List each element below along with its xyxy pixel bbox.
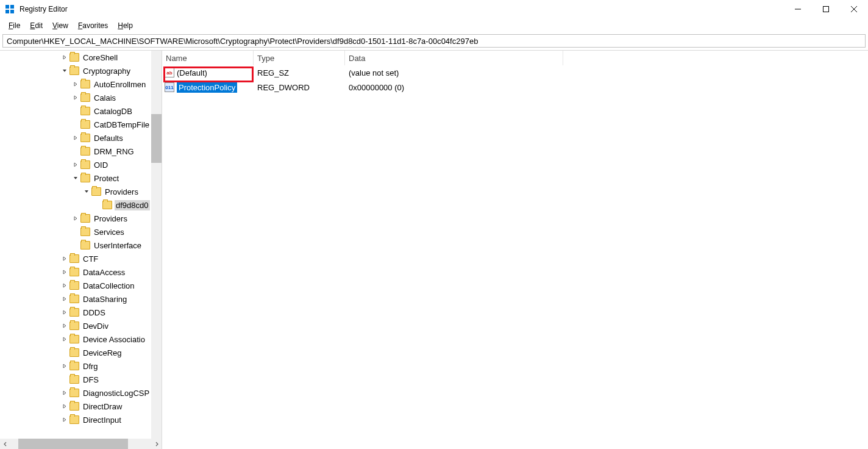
- folder-icon: [69, 402, 79, 411]
- tree-item[interactable]: CoreShell: [0, 51, 162, 64]
- tree-item[interactable]: DFS: [0, 373, 162, 386]
- chevron-right-icon[interactable]: [71, 79, 80, 89]
- tree-item[interactable]: DRM_RNG: [0, 145, 162, 158]
- chevron-right-icon[interactable]: [60, 334, 69, 344]
- menu-view[interactable]: View: [49, 20, 72, 31]
- chevron-right-icon[interactable]: [60, 267, 69, 277]
- tree-vertical-scrollbar[interactable]: [151, 51, 162, 439]
- tree-item[interactable]: CatDBTempFile: [0, 118, 162, 131]
- tree-item[interactable]: DevDiv: [0, 319, 162, 332]
- close-icon: [850, 5, 858, 13]
- chevron-right-icon[interactable]: [60, 415, 69, 425]
- menu-favorites[interactable]: Favorites: [74, 20, 112, 31]
- maximize-button[interactable]: [812, 0, 840, 18]
- tree-item-label: Providers: [93, 214, 129, 224]
- tree-item[interactable]: Providers: [0, 212, 162, 225]
- tree-item[interactable]: CTF: [0, 252, 162, 265]
- chevron-right-icon[interactable]: [60, 307, 69, 317]
- value-row[interactable]: ab(Default)REG_SZ(value not set): [162, 65, 868, 80]
- tree-item[interactable]: Dfrg: [0, 359, 162, 373]
- tree-item[interactable]: df9d8cd0: [0, 198, 162, 212]
- tree-item-label: Cryptography: [82, 66, 132, 76]
- folder-icon: [69, 66, 79, 75]
- value-data: (value not set): [345, 68, 868, 77]
- tree-item[interactable]: Device Associatio: [0, 332, 162, 346]
- value-name: ProtectionPolicy: [177, 82, 237, 93]
- tree-item[interactable]: Protect: [0, 171, 162, 185]
- registry-tree[interactable]: CoreShellCryptographyAutoEnrollmenCalais…: [0, 51, 162, 439]
- chevron-right-icon[interactable]: [60, 321, 69, 331]
- tree-item[interactable]: DirectDraw: [0, 400, 162, 413]
- menu-edit[interactable]: Edit: [26, 20, 46, 31]
- tree-item[interactable]: CatalogDB: [0, 104, 162, 118]
- address-text: Computer\HKEY_LOCAL_MACHINE\SOFTWARE\Mic…: [7, 37, 478, 46]
- tree-item[interactable]: Calais: [0, 91, 162, 104]
- tree-item-label: UserInterface: [93, 240, 143, 251]
- scroll-right-button[interactable]: [151, 439, 162, 449]
- scrollbar-thumb[interactable]: [151, 114, 162, 163]
- folder-icon: [80, 107, 90, 115]
- tree-item-label: Calais: [93, 93, 117, 103]
- chevron-right-icon[interactable]: [60, 401, 69, 411]
- chevron-right-icon[interactable]: [60, 294, 69, 304]
- tree-item[interactable]: OID: [0, 158, 162, 171]
- folder-icon: [69, 281, 79, 290]
- column-header-name[interactable]: Name: [162, 51, 254, 65]
- column-header-data[interactable]: Data: [345, 51, 563, 65]
- tree-horizontal-scrollbar[interactable]: [0, 439, 162, 449]
- tree-item[interactable]: Providers: [0, 185, 162, 198]
- chevron-right-icon[interactable]: [71, 214, 80, 223]
- tree-item-label: CatDBTempFile: [93, 120, 151, 130]
- chevron-down-icon[interactable]: [71, 173, 80, 183]
- value-name: (Default): [177, 68, 207, 77]
- chevron-right-icon[interactable]: [71, 133, 80, 143]
- chevron-down-icon[interactable]: [82, 187, 91, 196]
- chevron-right-icon[interactable]: [60, 388, 69, 398]
- values-list[interactable]: Name Type Data ab(Default)REG_SZ(value n…: [162, 51, 868, 449]
- tree-item[interactable]: DataSharing: [0, 292, 162, 306]
- scrollbar-thumb[interactable]: [18, 439, 128, 449]
- tree-item[interactable]: DDDS: [0, 306, 162, 319]
- tree-item[interactable]: DirectInput: [0, 413, 162, 426]
- tree-item-label: DevDiv: [82, 321, 110, 331]
- tree-item-label: DRM_RNG: [93, 146, 135, 157]
- folder-icon: [69, 53, 79, 62]
- tree-item-label: AutoEnrollmen: [93, 79, 147, 90]
- menu-file[interactable]: File: [5, 20, 24, 31]
- value-row[interactable]: 011ProtectionPolicyREG_DWORD0x00000000 (…: [162, 80, 868, 95]
- chevron-right-icon[interactable]: [60, 254, 69, 264]
- value-data: 0x00000000 (0): [345, 83, 868, 92]
- tree-item[interactable]: DataAccess: [0, 265, 162, 279]
- column-header-type[interactable]: Type: [254, 51, 345, 65]
- tree-item[interactable]: Defaults: [0, 131, 162, 145]
- tree-item[interactable]: DeviceReg: [0, 346, 162, 359]
- menu-help[interactable]: Help: [114, 20, 137, 31]
- titlebar[interactable]: Registry Editor: [0, 0, 868, 18]
- tree-item[interactable]: Services: [0, 225, 162, 239]
- minimize-button[interactable]: [784, 0, 812, 18]
- folder-icon: [102, 201, 112, 209]
- chevron-right-icon[interactable]: [60, 52, 69, 62]
- svg-rect-0: [5, 5, 9, 9]
- folder-icon: [80, 241, 90, 250]
- tree-item[interactable]: Cryptography: [0, 64, 162, 77]
- chevron-down-icon[interactable]: [60, 66, 69, 76]
- chevron-right-icon[interactable]: [71, 93, 80, 102]
- address-bar[interactable]: Computer\HKEY_LOCAL_MACHINE\SOFTWARE\Mic…: [2, 34, 866, 48]
- scroll-left-button[interactable]: [0, 439, 10, 449]
- chevron-right-icon[interactable]: [60, 281, 69, 290]
- svg-rect-1: [10, 5, 14, 9]
- folder-icon: [69, 254, 79, 263]
- tree-item[interactable]: AutoEnrollmen: [0, 77, 162, 91]
- tree-item[interactable]: DataCollection: [0, 279, 162, 292]
- chevron-right-icon[interactable]: [71, 160, 80, 170]
- folder-icon: [69, 389, 79, 397]
- close-button[interactable]: [840, 0, 868, 18]
- svg-rect-2: [5, 10, 9, 13]
- folder-icon: [69, 321, 79, 330]
- folder-icon: [80, 214, 90, 223]
- tree-item-label: Providers: [104, 187, 140, 197]
- tree-item[interactable]: DiagnosticLogCSP: [0, 386, 162, 400]
- tree-item[interactable]: UserInterface: [0, 239, 162, 252]
- chevron-right-icon[interactable]: [60, 361, 69, 371]
